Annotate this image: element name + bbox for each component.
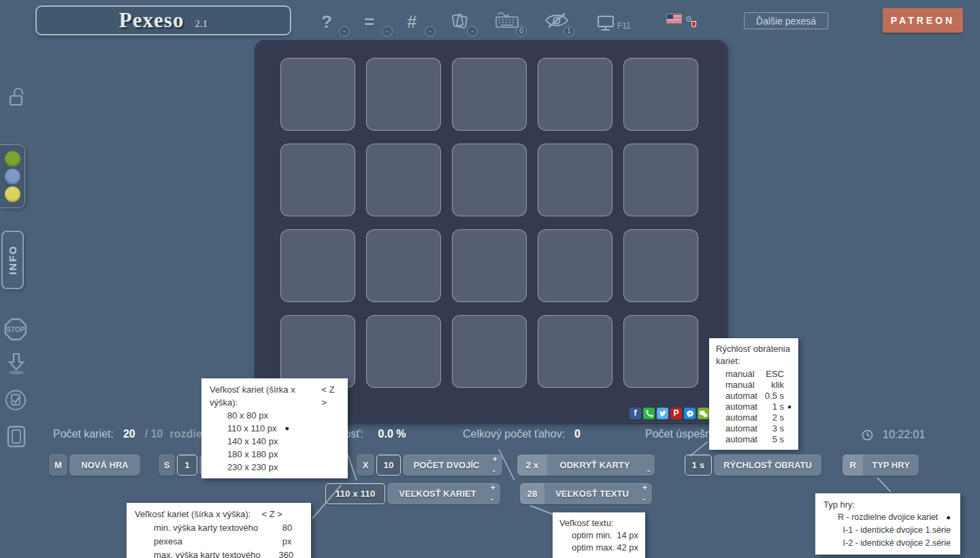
yellow-dot[interactable]	[5, 186, 20, 202]
selected-marker: ●	[784, 401, 791, 412]
reveal-prefix: 2 x	[517, 455, 547, 476]
equals-button[interactable]: = -	[364, 11, 389, 35]
card-limit-row: max. výška karty textového pexesa360 px	[154, 548, 303, 558]
card-frame-button[interactable]	[5, 425, 27, 449]
card[interactable]	[280, 229, 355, 302]
players-key-button[interactable]: S	[159, 455, 175, 476]
card[interactable]	[366, 229, 441, 302]
card[interactable]	[280, 144, 355, 216]
reveal-minus-button[interactable]: -	[647, 467, 650, 475]
patreon-button[interactable]: PATREON	[883, 8, 963, 33]
info-label: INFO	[7, 245, 18, 275]
game-type-button[interactable]: R TYP HRY	[843, 455, 919, 476]
game-type-option-selected: R - rozdielne dvojice kariet●	[823, 511, 952, 524]
tooltip-flip-speed-title: Rýchlosť obrátenia kariet:	[716, 343, 791, 367]
card-grid	[280, 58, 698, 388]
card-size-minus-button[interactable]: -	[490, 495, 495, 504]
tooltip-card-sizes-hotkey: < Z >	[322, 383, 340, 409]
card[interactable]	[452, 58, 527, 131]
pairs-plus-button[interactable]: +	[492, 455, 497, 463]
card-size-option: 80 x 80 px	[227, 409, 340, 422]
card[interactable]	[280, 58, 355, 131]
moves-label: Celkový počet ťahov:	[463, 428, 565, 440]
hide-cards-button[interactable]: 1	[543, 11, 573, 35]
game-clock: 10:22:01	[862, 429, 925, 441]
results-button[interactable]	[3, 388, 28, 412]
text-size-row: optim max.42 px	[572, 542, 638, 554]
card[interactable]	[366, 58, 441, 131]
tooltip-card-sizes-title: Veľkosť kariet (šírka x výška):	[210, 383, 311, 409]
keyboard-button[interactable]: 0	[494, 11, 524, 35]
flag-slovak-selected[interactable]	[686, 16, 691, 22]
pairs-minus-button[interactable]: -	[492, 467, 497, 475]
hash-button[interactable]: # -	[407, 11, 431, 35]
pinterest-share-icon[interactable]: P	[670, 408, 682, 419]
help-button[interactable]: ? -	[321, 11, 346, 35]
new-game-key-button[interactable]: M	[49, 455, 67, 476]
cards-count-label: Počet kariet:	[53, 428, 114, 440]
messenger-share-icon[interactable]	[684, 408, 696, 419]
card[interactable]	[538, 229, 612, 302]
success-value: 0.0 %	[378, 428, 406, 440]
stop-button[interactable]: STOP	[3, 317, 28, 342]
card[interactable]	[623, 315, 698, 388]
cards-button[interactable]: -	[449, 11, 474, 35]
fullscreen-button[interactable]: F11	[596, 11, 640, 35]
app-title: Pexeso	[119, 8, 184, 33]
card[interactable]	[623, 144, 698, 216]
twitter-share-icon[interactable]	[657, 408, 668, 419]
text-size-button[interactable]: 28 VEĽKOSŤ TEXTU + -	[520, 483, 652, 504]
eye-badge: 1	[564, 26, 574, 37]
pairs-group: X 10 POČET DVOJÍC + -	[357, 455, 502, 476]
reveal-button[interactable]: 2 x ODKRYŤ KARTY -	[517, 455, 655, 476]
card[interactable]	[366, 144, 441, 216]
text-size-label: VEĽKOSŤ TEXTU	[544, 483, 652, 504]
flip-speed-option: automat0.5 s	[716, 391, 791, 401]
wechat-share-icon[interactable]	[698, 408, 709, 419]
unlock-icon[interactable]	[7, 86, 30, 109]
card[interactable]	[452, 315, 527, 388]
social-share-bar: f P	[630, 408, 709, 419]
moves-value: 0	[574, 428, 581, 440]
card[interactable]	[538, 144, 612, 216]
pairs-button[interactable]: POČET DVOJÍC + -	[403, 455, 502, 476]
card[interactable]	[538, 58, 612, 131]
app-logo: Pexeso 2.1	[35, 5, 291, 35]
whatsapp-share-icon[interactable]	[643, 408, 655, 419]
selected-marker: ●	[285, 422, 290, 435]
card[interactable]	[280, 315, 355, 388]
card[interactable]	[623, 58, 698, 131]
tooltip-card-sizes: Veľkosť kariet (šírka x výška): < Z > 80…	[201, 378, 348, 478]
card[interactable]	[538, 315, 612, 388]
green-dot[interactable]	[5, 151, 20, 167]
card-size-button[interactable]: VEĽKOSŤ KARIET + -	[387, 483, 500, 504]
help-badge: -	[339, 26, 350, 37]
tooltip-flip-speed: Rýchlosť obrátenia kariet: manuálESC man…	[709, 338, 798, 450]
game-type-prefix: R	[843, 455, 863, 476]
flip-speed-option: automat2 s	[716, 412, 791, 423]
info-button[interactable]: INFO	[1, 231, 24, 289]
text-size-plus-button[interactable]: +	[642, 484, 647, 492]
flip-speed-button[interactable]: RÝCHLOSŤ OBRATU	[714, 455, 821, 476]
card[interactable]	[366, 315, 441, 388]
card[interactable]	[452, 144, 527, 216]
game-type-option: I-1 - identické dvojice 1.série	[823, 524, 952, 537]
player-color-panel	[0, 144, 25, 208]
clock-time: 10:22:01	[883, 429, 925, 441]
clock-icon	[862, 429, 873, 441]
facebook-share-icon[interactable]: f	[630, 408, 641, 419]
download-button[interactable]	[5, 351, 28, 376]
blue-dot[interactable]	[5, 169, 20, 184]
new-game-button[interactable]: NOVÁ HRA	[69, 455, 140, 476]
tooltip-card-limits-title: Veľkosť kariet (šírka x výška):	[135, 508, 251, 521]
card[interactable]	[623, 229, 698, 302]
game-type-option: I-2 - identické dvojice 2.série	[823, 537, 952, 550]
more-pexeso-button[interactable]: Ďalšie pexesá	[744, 12, 828, 29]
flip-speed-option: manuálESC	[716, 369, 791, 380]
game-type-label: TYP HRY	[863, 455, 919, 476]
text-size-minus-button[interactable]: -	[642, 495, 647, 504]
flag-english[interactable]	[667, 14, 681, 23]
card[interactable]	[452, 229, 527, 302]
pairs-key-button[interactable]: X	[357, 455, 374, 476]
card-size-plus-button[interactable]: +	[490, 484, 495, 492]
